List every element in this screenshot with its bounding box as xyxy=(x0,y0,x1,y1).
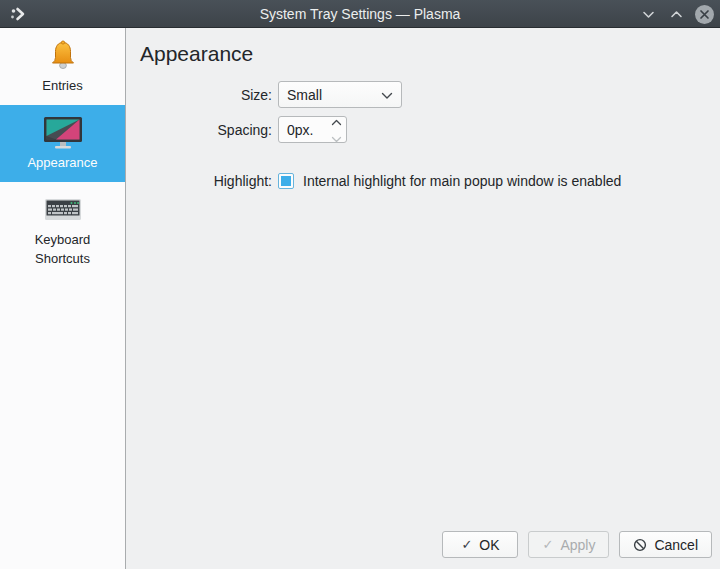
highlight-label: Highlight: xyxy=(138,173,272,189)
size-value: Small xyxy=(287,87,381,103)
check-icon: ✓ xyxy=(461,538,472,551)
cancel-button-label: Cancel xyxy=(654,537,698,553)
bell-icon xyxy=(4,39,121,72)
highlight-description: Internal highlight for main popup window… xyxy=(303,173,621,189)
sidebar-item-entries[interactable]: Entries xyxy=(0,28,125,105)
dialog-button-row: ✓ OK ✓ Apply Cancel xyxy=(442,531,712,558)
sidebar-item-label: Appearance xyxy=(4,153,121,172)
spacing-row: Spacing: 0px. xyxy=(138,116,720,143)
spin-up-button[interactable] xyxy=(331,113,342,129)
maximize-button[interactable] xyxy=(667,5,686,24)
size-label: Size: xyxy=(138,87,272,103)
titlebar: System Tray Settings — Plasma xyxy=(0,0,720,28)
system-tray-settings-window: System Tray Settings — Plasma xyxy=(0,0,720,569)
cancel-button[interactable]: Cancel xyxy=(619,531,712,558)
size-combobox[interactable]: Small xyxy=(278,81,402,108)
cancel-icon xyxy=(633,538,647,552)
sidebar-item-label: Entries xyxy=(4,76,121,95)
monitor-icon xyxy=(4,116,121,149)
chevron-down-icon xyxy=(381,87,393,103)
apply-button-label: Apply xyxy=(560,537,595,553)
apply-button[interactable]: ✓ Apply xyxy=(528,531,609,558)
spacing-spinbox[interactable]: 0px. xyxy=(278,116,347,143)
checkbox-checked-indicator xyxy=(281,176,291,186)
ok-button-label: OK xyxy=(479,537,499,553)
highlight-checkbox[interactable] xyxy=(278,173,294,189)
window-title: System Tray Settings — Plasma xyxy=(0,6,720,22)
close-button[interactable] xyxy=(695,5,714,24)
spin-down-button[interactable] xyxy=(331,130,342,146)
sidebar-item-label: Keyboard Shortcuts xyxy=(4,230,121,268)
minimize-button[interactable] xyxy=(639,5,658,24)
settings-sidebar: Entries Appearance xyxy=(0,28,126,569)
check-icon: ✓ xyxy=(542,538,553,551)
spacing-label: Spacing: xyxy=(138,122,272,138)
size-row: Size: Small xyxy=(138,81,720,108)
system-tray-app-icon xyxy=(9,5,27,23)
highlight-row: Highlight: Internal highlight for main p… xyxy=(138,173,720,189)
page-title: Appearance xyxy=(140,42,720,66)
sidebar-item-appearance[interactable]: Appearance xyxy=(0,105,125,182)
appearance-page: Appearance Size: Small Spacing: 0px. xyxy=(126,28,720,569)
sidebar-item-keyboard-shortcuts[interactable]: Keyboard Shortcuts xyxy=(0,182,125,278)
spacing-value: 0px. xyxy=(287,122,331,138)
keyboard-icon xyxy=(4,193,121,226)
ok-button[interactable]: ✓ OK xyxy=(442,531,518,558)
